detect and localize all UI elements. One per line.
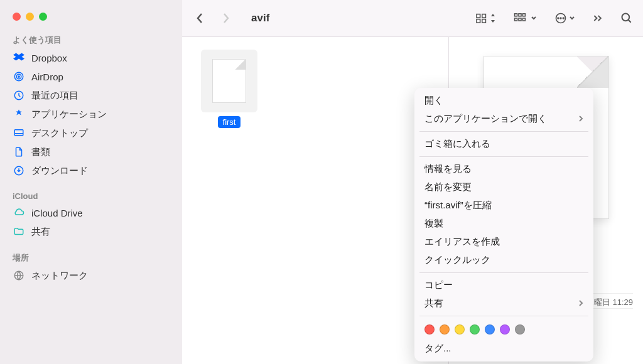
menu-divider: [419, 131, 588, 132]
sidebar-item-dropbox[interactable]: Dropbox: [0, 48, 182, 67]
svg-rect-9: [477, 19, 480, 23]
desktop-icon: [13, 127, 25, 139]
svg-rect-12: [519, 14, 521, 16]
sidebar-section-locations-title: 場所: [0, 250, 182, 266]
sidebar-item-network[interactable]: ネットワーク: [0, 266, 182, 285]
svg-rect-16: [522, 18, 525, 21]
menu-divider: [419, 316, 588, 316]
sidebar-item-downloads[interactable]: ダウンロード: [0, 161, 182, 180]
menu-open-with[interactable]: このアプリケーションで開く: [414, 110, 593, 128]
airdrop-icon: [13, 70, 25, 83]
main-panel: avif: [182, 0, 643, 364]
file-item[interactable]: first: [195, 50, 264, 128]
menu-get-info[interactable]: 情報を見る: [414, 160, 593, 178]
sidebar-item-label: AirDrop: [31, 72, 63, 82]
menu-compress[interactable]: “first.avif”を圧縮: [414, 196, 593, 215]
menu-tags[interactable]: タグ...: [414, 340, 593, 358]
nav-forward-button[interactable]: [219, 11, 234, 26]
chevron-right-icon: [578, 298, 583, 309]
clock-icon: [13, 89, 25, 102]
sidebar-item-icloud-drive[interactable]: iCloud Drive: [0, 203, 182, 222]
toolbar: avif: [182, 0, 643, 37]
menu-duplicate[interactable]: 複製: [414, 215, 593, 233]
tag-color-dot[interactable]: [470, 324, 480, 335]
svg-point-18: [558, 18, 559, 19]
dropbox-icon: [13, 51, 25, 64]
svg-rect-11: [515, 14, 517, 16]
sidebar-item-label: 最近の項目: [31, 90, 78, 102]
menu-tag-colors: [414, 319, 593, 340]
sidebar-item-label: Dropbox: [31, 53, 67, 63]
sidebar-item-shared[interactable]: 共有: [0, 222, 182, 241]
sidebar-section-favorites-title: よく使う項目: [0, 32, 182, 48]
svg-rect-14: [515, 18, 517, 21]
file-browser[interactable]: first: [182, 37, 448, 364]
menu-rename[interactable]: 名前を変更: [414, 178, 593, 196]
sidebar-item-applications[interactable]: アプリケーション: [0, 105, 182, 124]
chevron-right-icon: [578, 114, 583, 124]
sidebar-item-label: 書類: [31, 146, 50, 158]
tag-color-dot[interactable]: [424, 324, 435, 335]
sidebar-item-label: iCloud Drive: [31, 208, 83, 218]
svg-point-21: [622, 14, 630, 21]
menu-trash[interactable]: ゴミ箱に入れる: [414, 135, 593, 153]
window-controls: [0, 8, 182, 32]
svg-rect-10: [482, 19, 486, 23]
tag-color-dot[interactable]: [500, 324, 510, 335]
sidebar-item-label: 共有: [31, 226, 50, 238]
document-icon: [13, 146, 25, 158]
shared-folder-icon: [13, 225, 25, 238]
svg-rect-7: [477, 14, 480, 18]
sidebar-section-icloud-title: iCloud: [0, 189, 182, 203]
tag-color-dot[interactable]: [455, 324, 465, 335]
menu-share[interactable]: 共有: [414, 294, 593, 313]
sidebar-item-documents[interactable]: 書類: [0, 142, 182, 161]
svg-point-2: [18, 76, 19, 77]
menu-divider: [419, 156, 588, 157]
folder-title: avif: [251, 12, 468, 24]
menu-copy[interactable]: コピー: [414, 276, 593, 294]
menu-open[interactable]: 開く: [414, 92, 593, 110]
menu-make-alias[interactable]: エイリアスを作成: [414, 233, 593, 251]
menu-divider: [419, 272, 588, 273]
menu-quick-look[interactable]: クイックルック: [414, 251, 593, 269]
network-icon: [13, 269, 25, 282]
svg-rect-13: [522, 14, 525, 16]
close-window-button[interactable]: [13, 13, 21, 21]
sidebar-item-label: アプリケーション: [31, 109, 107, 120]
sidebar-item-recents[interactable]: 最近の項目: [0, 86, 182, 105]
cloud-icon: [13, 206, 25, 219]
svg-rect-15: [519, 18, 521, 21]
tag-color-dot[interactable]: [485, 324, 495, 335]
apps-icon: [13, 108, 25, 120]
minimize-window-button[interactable]: [26, 13, 34, 21]
group-button[interactable]: [514, 13, 537, 23]
sidebar: よく使う項目 Dropbox AirDrop 最近の項目 アプリケーション デス…: [0, 0, 182, 364]
sidebar-item-airdrop[interactable]: AirDrop: [0, 67, 182, 86]
search-button[interactable]: [620, 12, 633, 24]
overflow-button[interactable]: [593, 14, 603, 23]
svg-rect-4: [14, 130, 23, 136]
maximize-window-button[interactable]: [39, 13, 47, 21]
nav-back-button[interactable]: [192, 11, 207, 26]
svg-point-19: [560, 18, 561, 19]
sidebar-item-label: ダウンロード: [31, 165, 88, 177]
file-thumbnail: [201, 50, 257, 112]
sidebar-item-desktop[interactable]: デスクトップ: [0, 124, 182, 142]
download-icon: [13, 164, 25, 177]
context-menu: 開く このアプリケーションで開く ゴミ箱に入れる 情報を見る 名前を変更 “fi…: [414, 88, 593, 361]
action-button[interactable]: [554, 12, 575, 24]
tag-color-dot[interactable]: [440, 324, 450, 335]
tag-color-dot[interactable]: [515, 324, 525, 335]
file-name-label: first: [218, 116, 241, 128]
svg-point-20: [563, 18, 564, 19]
sidebar-item-label: デスクトップ: [31, 127, 88, 139]
view-mode-button[interactable]: [475, 13, 496, 23]
svg-rect-8: [482, 14, 486, 18]
sidebar-item-label: ネットワーク: [31, 270, 88, 282]
